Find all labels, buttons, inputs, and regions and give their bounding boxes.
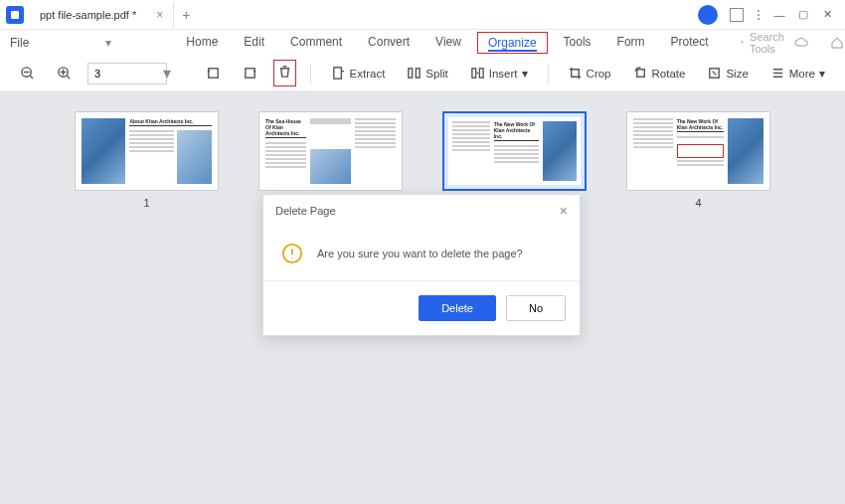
dialog-message: Are you sure you want to delete the page… [317, 248, 523, 259]
tab-form[interactable]: Form [607, 32, 655, 54]
annotation-highlight [677, 144, 725, 158]
svg-rect-0 [11, 11, 19, 19]
svg-rect-7 [409, 69, 413, 78]
home-icon[interactable] [829, 35, 845, 51]
minimize-icon[interactable]: — [767, 3, 791, 27]
main-menu-tabs: Home Edit Comment Convert View Organize … [176, 32, 718, 54]
page-thumbnail-4[interactable]: The New Work Of Klan Architects Inc. [626, 111, 770, 191]
tab-filename: ppt file-sample.pdf * [40, 9, 136, 21]
page-dropdown-icon[interactable]: ▾ [159, 66, 175, 82]
tab-convert[interactable]: Convert [358, 32, 420, 54]
insert-button[interactable]: Insert ▾ [464, 62, 534, 84]
tab-edit[interactable]: Edit [234, 32, 274, 54]
tab-close-icon[interactable]: × [156, 8, 163, 22]
thumb-label-1: 1 [143, 197, 149, 209]
dialog-close-icon[interactable]: × [560, 203, 568, 219]
tab-tools[interactable]: Tools [554, 32, 601, 54]
crop-button[interactable]: Crop [562, 62, 617, 84]
page-thumbnail-2[interactable]: The Sea House Of Klan Architects Inc. [258, 111, 403, 191]
tab-view[interactable]: View [425, 32, 471, 54]
app-icon [6, 6, 24, 24]
zoom-out-button[interactable] [14, 62, 41, 84]
tab-protect[interactable]: Protect [661, 32, 719, 54]
svg-rect-5 [246, 69, 254, 78]
rotate-left-button[interactable] [200, 62, 227, 84]
maximize-icon[interactable]: ▢ [791, 3, 815, 27]
page-thumbnail-1[interactable]: About Khan Architects Inc. [75, 111, 219, 191]
zoom-in-button[interactable] [51, 62, 78, 84]
page-thumbnail-3[interactable]: The New Work Of Klan Architects Inc. [442, 111, 587, 191]
page-number-input[interactable] [87, 63, 167, 84]
delete-page-button[interactable] [273, 60, 296, 86]
titlebar: ppt file-sample.pdf * × + — ▢ ✕ [0, 0, 845, 30]
close-window-icon[interactable]: ✕ [815, 3, 839, 27]
rotate-right-button[interactable] [237, 62, 263, 84]
document-tab[interactable]: ppt file-sample.pdf * × [30, 2, 174, 28]
size-button[interactable]: Size [701, 62, 754, 84]
cloud-icon[interactable] [793, 35, 809, 51]
search-tools[interactable]: Search Tools [739, 31, 789, 55]
split-button[interactable]: Split [401, 62, 453, 84]
thumb-label-4: 4 [695, 197, 701, 209]
svg-rect-6 [333, 68, 341, 79]
more-options-icon[interactable] [758, 10, 760, 20]
new-tab-button[interactable]: + [182, 7, 190, 23]
extract-button[interactable]: Extract [325, 62, 392, 84]
delete-page-dialog: Delete Page × Are you sure you want to d… [262, 194, 581, 336]
user-avatar-icon[interactable] [698, 5, 718, 25]
tab-comment[interactable]: Comment [280, 32, 352, 54]
warning-icon [281, 243, 303, 264]
svg-rect-8 [417, 69, 421, 78]
tab-home[interactable]: Home [176, 32, 228, 54]
dialog-title: Delete Page [275, 205, 336, 217]
rotate-button[interactable]: Rotate [627, 62, 692, 84]
title-action-icon[interactable] [730, 8, 744, 22]
search-placeholder: Search Tools [750, 31, 788, 55]
menubar: File ▾ Home Edit Comment Convert View Or… [0, 30, 845, 56]
file-menu[interactable]: File [10, 36, 29, 50]
delete-confirm-button[interactable]: Delete [419, 295, 496, 321]
svg-rect-11 [636, 70, 644, 78]
more-button[interactable]: More ▾ [764, 62, 831, 84]
sparkle-icon [739, 37, 746, 49]
no-button[interactable]: No [506, 295, 566, 321]
svg-rect-4 [209, 69, 218, 78]
tab-organize[interactable]: Organize [477, 32, 548, 54]
svg-rect-9 [472, 69, 476, 78]
svg-rect-10 [479, 69, 483, 78]
save-dropdown-icon[interactable]: ▾ [105, 35, 111, 51]
organize-toolbar: ▾ Extract Split Insert ▾ Crop Rotate Siz… [0, 56, 845, 91]
